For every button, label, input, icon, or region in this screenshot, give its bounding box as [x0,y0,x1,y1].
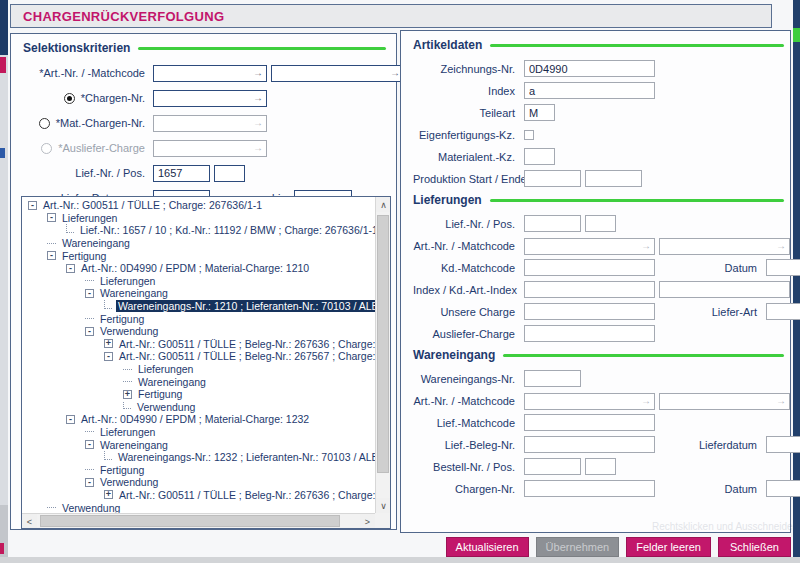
tree-node-label[interactable]: Art.-Nr.: G00511 / TÜLLE ; Beleg-Nr.: 26… [117,338,375,350]
lieferdatum-field[interactable] [766,436,800,453]
expand-icon[interactable]: + [104,339,113,348]
tree-node-label[interactable]: Wareneingang [136,376,208,388]
tree-node-label[interactable]: Wareneingang [60,237,132,249]
kd-art-index-field[interactable] [659,281,790,298]
tree-node[interactable]: Verwendung [22,401,375,414]
collapse-icon[interactable]: - [66,415,75,424]
lief-nr-input[interactable] [153,165,210,182]
matchcode-input[interactable] [271,65,404,82]
tree-node[interactable]: Fertigung [22,463,375,476]
eigenfertigungs-kz-checkbox[interactable] [524,130,534,140]
chargen-nr-radio[interactable] [64,93,75,104]
tree-node-label[interactable]: Verwendung [98,325,160,337]
tree-node[interactable]: Lieferungen [22,426,375,439]
scroll-down-icon[interactable]: ∨ [376,498,391,513]
tree-node[interactable]: -Art.-Nr.: 0D4990 / EPDM ; Material-Char… [22,262,375,275]
tree-node-label[interactable]: Verwendung [135,401,197,413]
tree-horizontal-scrollbar[interactable]: < > [22,513,375,528]
tree-node[interactable]: Lieferungen [22,363,375,376]
tree-node[interactable]: Wareneingang [22,375,375,388]
expand-icon[interactable]: + [104,490,113,499]
waren-matchcode-field[interactable] [659,393,790,410]
unsere-charge-field[interactable] [524,303,655,320]
index-field-2[interactable] [524,281,655,298]
tree-node[interactable]: +Fertigung [22,388,375,401]
tree-node-label[interactable]: Fertigung [98,313,146,325]
collapse-icon[interactable]: - [85,289,94,298]
collapse-icon[interactable]: - [47,213,56,222]
bestell-pos-field[interactable] [585,458,616,475]
vertical-scroll-thumb[interactable] [377,215,389,473]
ausliefer-charge-radio[interactable] [41,143,52,154]
tree-node[interactable]: -Fertigung [22,249,375,262]
tree-node[interactable]: Fertigung [22,312,375,325]
expand-icon[interactable]: + [123,390,132,399]
waren-datum-field[interactable] [766,480,800,497]
kd-matchcode-field[interactable] [524,259,655,276]
tree-node[interactable]: Wareneingang [22,237,375,250]
mat-chargen-nr-radio[interactable] [39,118,50,129]
tree-node-label[interactable]: Verwendung [60,502,122,513]
tree-node-label[interactable]: Lieferungen [136,363,195,375]
tree-node[interactable]: -Wareneingang [22,287,375,300]
ausliefer-charge-detail-field[interactable] [524,325,655,342]
waren-artnr-field[interactable] [524,393,655,410]
scroll-left-icon[interactable]: < [22,514,37,529]
tree-node-label[interactable]: Wareneingangs-Nr.: 1210 ; Lieferanten-Nr… [116,300,375,312]
teileart-field[interactable] [524,104,555,121]
tree-node-label[interactable]: Wareneingangs-Nr.: 1232 ; Lieferanten-Nr… [116,451,375,463]
tree-node[interactable]: Wareneingangs-Nr.: 1210 ; Lieferanten-Nr… [22,300,375,313]
collapse-icon[interactable]: - [85,440,94,449]
tree-node[interactable]: -Verwendung [22,325,375,338]
tree-node[interactable]: -Wareneingang [22,438,375,451]
tree-node-label[interactable]: Art.-Nr.: G00511 / TÜLLE ; Beleg-Nr.: 26… [117,489,375,501]
liefer-datum-field[interactable] [766,259,800,276]
lief-pos-input[interactable] [214,165,245,182]
mat-chargen-nr-input[interactable] [153,115,267,132]
liefer-matchcode-field[interactable] [659,238,790,255]
tree-node-label[interactable]: Art.-Nr.: 0D4990 / EPDM ; Material-Charg… [79,262,311,274]
tree-node[interactable]: Lieferungen [22,275,375,288]
tree-node-label[interactable]: Wareneingang [98,439,170,451]
artnr-input[interactable] [153,65,267,82]
tree-node[interactable]: -Art.-Nr.: G00511 / TÜLLE ; Beleg-Nr.: 2… [22,350,375,363]
collapse-icon[interactable]: - [28,201,37,210]
tree-node-label[interactable]: Verwendung [98,476,160,488]
scroll-right-icon[interactable]: > [360,514,375,529]
waren-chargen-nr-field[interactable] [524,480,655,497]
tree-node[interactable]: -Verwendung [22,476,375,489]
tree-node[interactable]: Wareneingangs-Nr.: 1232 ; Lieferanten-Nr… [22,451,375,464]
tree-node[interactable]: -Lieferungen [22,212,375,225]
tree-node-label[interactable]: Lief.-Nr.: 1657 / 10 ; Kd.-Nr.: 11192 / … [78,224,375,236]
collapse-icon[interactable]: - [85,478,94,487]
lief-matchcode-field-2[interactable] [524,414,655,431]
tree-node-label[interactable]: Lieferungen [98,275,157,287]
bestell-nr-field[interactable] [524,458,581,475]
tree-node[interactable]: +Art.-Nr.: G00511 / TÜLLE ; Beleg-Nr.: 2… [22,489,375,502]
tree-node-label[interactable]: Fertigung [60,250,108,262]
tree-node-label[interactable]: Fertigung [136,388,184,400]
tree-node-label[interactable]: Art.-Nr.: G00511 / TÜLLE ; Beleg-Nr.: 26… [117,350,375,362]
ausliefer-charge-input[interactable] [153,140,267,157]
collapse-icon[interactable]: - [47,251,56,260]
liefer-artnr-field[interactable] [524,238,655,255]
tree-node-label[interactable]: Wareneingang [98,287,170,299]
schliessen-button[interactable]: Schließen [718,537,791,557]
lief-pos-detail-field[interactable] [585,215,616,232]
collapse-icon[interactable]: - [66,264,75,273]
materialent-kz-field[interactable] [524,148,555,165]
produktion-ende-field[interactable] [585,170,642,187]
tree-node[interactable]: +Art.-Nr.: G00511 / TÜLLE ; Beleg-Nr.: 2… [22,338,375,351]
lief-beleg-nr-field[interactable] [524,436,655,453]
index-field[interactable] [524,82,655,99]
lief-nr-detail-field[interactable] [524,215,581,232]
wareneingangs-nr-field[interactable] [524,370,581,387]
tree-node-label[interactable]: Fertigung [98,464,146,476]
tree-node-label[interactable]: Lieferungen [98,426,157,438]
horizontal-scroll-thumb[interactable] [40,515,340,527]
felder-leeren-button[interactable]: Felder leeren [626,537,711,557]
zeichnungs-nr-field[interactable] [524,60,655,77]
chargen-nr-input[interactable] [153,90,267,107]
tree-node[interactable]: -Art.-Nr.: G00511 / TÜLLE ; Charge: 2676… [22,199,375,212]
tree-vertical-scrollbar[interactable]: ∧ ∨ [375,197,390,513]
